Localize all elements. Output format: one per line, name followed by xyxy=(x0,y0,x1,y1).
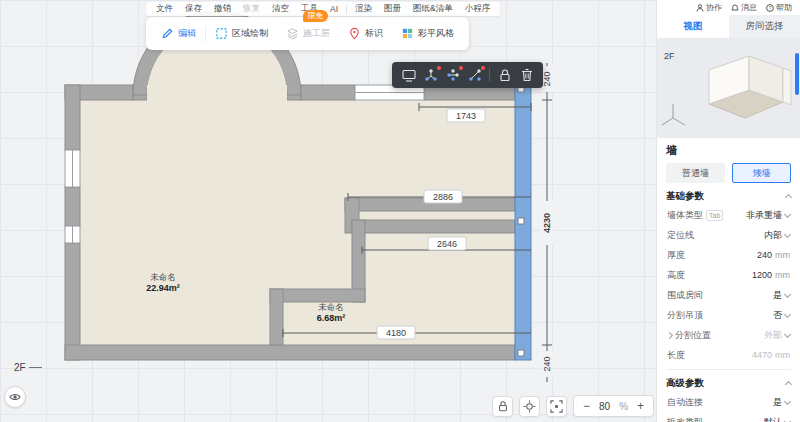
svg-text:?: ? xyxy=(769,5,772,10)
3d-preview[interactable]: 2F xyxy=(657,38,800,138)
chevron-down-icon xyxy=(784,290,791,297)
row-demolish-type[interactable]: 拆改类型 默认 xyxy=(666,412,791,422)
tool-edit[interactable]: 编辑 xyxy=(152,17,205,50)
room-area: 6.68m² xyxy=(317,313,346,325)
tool-construction-layer[interactable]: 施工层 xyxy=(277,17,339,50)
chevron-down-icon xyxy=(784,210,791,217)
app-window: 1743 2886 2646 4180 4230 240 240 未命名 3.1… xyxy=(0,0,800,422)
wall-type-tabs: 普通墙 矮墙 xyxy=(666,163,791,183)
wall-join-icon[interactable] xyxy=(467,68,482,83)
room-label-main[interactable]: 未命名 22.94m² xyxy=(146,272,180,295)
menu-item-save[interactable]: 保存 xyxy=(179,3,208,15)
construction-layer-icon xyxy=(286,27,299,40)
chevron-down-icon xyxy=(784,397,791,404)
dim-2886: 2886 xyxy=(433,192,453,202)
tool-color-style[interactable]: 彩平风格 xyxy=(392,17,463,50)
notification-dot xyxy=(481,66,485,70)
row-position-line[interactable]: 定位线 内部 xyxy=(666,225,791,245)
edit-icon xyxy=(161,27,174,40)
help-button[interactable]: ? 帮助 xyxy=(766,2,792,13)
dim-1743: 1743 xyxy=(456,111,476,121)
room-name: 未命名 xyxy=(150,272,176,282)
tool-region-draw[interactable]: 区域绘制 xyxy=(206,17,277,50)
zoom-in-button[interactable]: + xyxy=(637,399,644,413)
wall-left-3[interactable] xyxy=(65,243,80,360)
row-auto-connect[interactable]: 自动连接 是 xyxy=(666,392,791,412)
floor-plan[interactable]: 1743 2886 2646 4180 4230 240 240 xyxy=(0,0,657,422)
tab-room-select[interactable]: 房间选择 xyxy=(729,15,800,38)
selection-toolbar xyxy=(392,62,543,88)
messages-button[interactable]: 消息 xyxy=(731,2,757,13)
dim-2646: 2646 xyxy=(437,239,457,249)
menu-item-drawings[interactable]: 图纸&清单 xyxy=(407,3,459,15)
fit-view-icon xyxy=(523,400,536,413)
row-length[interactable]: 长度 4470mm xyxy=(666,345,791,365)
wall-handle-mid[interactable] xyxy=(518,218,524,224)
collaborate-button[interactable]: 协作 xyxy=(696,2,722,13)
floor-indicator[interactable]: 2F xyxy=(14,362,42,373)
wall-join-icon[interactable] xyxy=(423,68,438,83)
edit-toolbar: 编辑 区域绘制 施工层 标识 彩平风格 xyxy=(146,17,469,50)
wall-left-1[interactable] xyxy=(65,85,80,150)
menu-item-miniprogram[interactable]: 小程序 xyxy=(459,3,497,15)
floor-label: 2F xyxy=(14,362,26,373)
canvas[interactable]: 1743 2886 2646 4180 4230 240 240 未命名 3.1… xyxy=(0,0,657,422)
menu-item-undo[interactable]: 撤销 xyxy=(208,3,237,15)
menu-item-clear[interactable]: 清空 xyxy=(266,3,295,15)
lock-view-button[interactable] xyxy=(492,396,513,417)
bell-icon xyxy=(731,4,739,12)
row-split-ceiling[interactable]: 分割吊顶 否 xyxy=(666,305,791,325)
wall-left-2[interactable] xyxy=(65,187,80,226)
zoom-unit: % xyxy=(619,401,628,412)
lock-icon[interactable] xyxy=(497,68,512,83)
group-basic-params[interactable]: 基础参数 xyxy=(666,187,791,205)
properties-panel: 协作 消息 ? 帮助 视图 房间选择 2F xyxy=(656,0,800,422)
row-thickness[interactable]: 厚度 240mm xyxy=(666,245,791,265)
wall-bottom[interactable] xyxy=(65,345,515,360)
tab-normal-wall[interactable]: 普通墙 xyxy=(666,163,725,183)
frame-select-button[interactable] xyxy=(546,396,567,417)
preview-floor-label: 2F xyxy=(664,51,675,61)
chevron-down-icon xyxy=(784,330,791,337)
menu-item-redo[interactable]: 恢复 xyxy=(237,3,266,15)
zoom-control: − 80 % + xyxy=(573,395,654,417)
help-icon: ? xyxy=(766,4,774,12)
chevron-down-icon xyxy=(784,310,791,317)
visibility-button[interactable] xyxy=(4,386,26,408)
wall-top-mid[interactable] xyxy=(301,85,355,100)
person-icon xyxy=(696,4,704,12)
eye-icon xyxy=(8,390,22,404)
fit-view-button[interactable] xyxy=(519,396,540,417)
wall-inner-b[interactable] xyxy=(352,220,515,233)
scrollbar-thumb[interactable] xyxy=(795,53,799,95)
dim-240-bottom: 240 xyxy=(542,356,552,371)
wall-inner-c[interactable] xyxy=(270,289,283,345)
menu-item-file[interactable]: 文件 xyxy=(150,3,179,15)
trash-icon[interactable] xyxy=(519,68,534,83)
color-style-icon xyxy=(401,27,414,40)
panel-body: 墙 普通墙 矮墙 基础参数 墙体类型Tab 非承重墙 定位线 内部 厚度 240… xyxy=(657,138,800,422)
wall-inner-d[interactable] xyxy=(270,289,365,302)
wall-handle-bottom[interactable] xyxy=(518,350,524,356)
row-split-position[interactable]: 分割位置 外部 xyxy=(666,325,791,345)
row-enclose-room[interactable]: 围成房间 是 xyxy=(666,285,791,305)
room-label-small[interactable]: 未命名 6.68m² xyxy=(317,302,346,325)
cast-icon[interactable] xyxy=(401,68,416,83)
zoom-out-button[interactable]: − xyxy=(583,399,590,413)
tab-view[interactable]: 视图 xyxy=(657,15,729,38)
row-wall-type[interactable]: 墙体类型Tab 非承重墙 xyxy=(666,205,791,225)
group-advanced-params[interactable]: 高级参数 xyxy=(666,374,791,392)
chevron-down-icon xyxy=(784,417,791,422)
tool-marker[interactable]: 标识 xyxy=(339,17,392,50)
menu-item-gallery[interactable]: 图册 xyxy=(378,3,407,15)
wall-join-icon[interactable] xyxy=(445,68,460,83)
menu-item-render[interactable]: 渲染 xyxy=(349,3,378,15)
row-height[interactable]: 高度 1200mm xyxy=(666,265,791,285)
marker-icon xyxy=(348,27,361,40)
tab-low-wall[interactable]: 矮墙 xyxy=(732,163,791,183)
chevron-up-icon xyxy=(785,381,792,388)
section-title: 墙 xyxy=(666,143,791,158)
dome-opening xyxy=(147,85,287,101)
panel-tabs: 视图 房间选择 xyxy=(657,15,800,38)
region-draw-icon xyxy=(215,27,228,40)
